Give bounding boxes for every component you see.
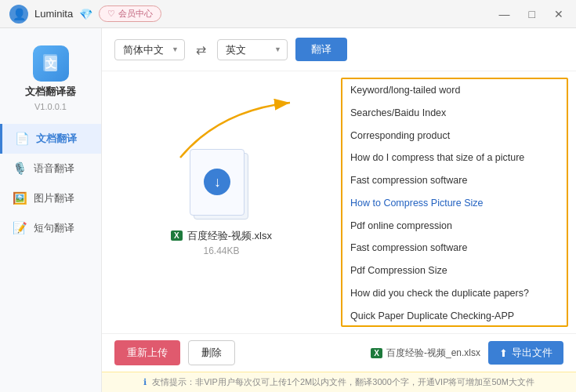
avatar: 👤	[9, 5, 28, 24]
target-lang-select[interactable]: 英文	[217, 39, 288, 60]
sidebar-item-doc[interactable]: 📄 文档翻译	[0, 124, 101, 154]
file-icon-wrapper: ↓	[190, 149, 252, 220]
sidebar: 文 文档翻译器 V1.0.0.1 📄 文档翻译 🎙️ 语音翻译 🖼️ 图片翻译 …	[0, 28, 102, 392]
main-content: 简体中文 ⇄ 英文 翻译 ↓	[102, 28, 576, 392]
title-bar-right: — □ ✕	[496, 6, 567, 22]
bottom-bar: 重新上传 删除 X 百度经验-视频_en.xlsx ⬆ 导出文件	[102, 333, 576, 372]
source-lang-wrapper[interactable]: 简体中文	[114, 39, 185, 60]
diamond-icon: 💎	[79, 8, 92, 20]
sidebar-item-short-label: 短句翻译	[34, 221, 74, 235]
sidebar-item-voice-label: 语音翻译	[34, 162, 74, 176]
sidebar-item-doc-label: 文档翻译	[36, 132, 77, 146]
translate-button[interactable]: 翻译	[295, 38, 347, 61]
right-panel: Keyword/long-tailed wordSearches/Baidu I…	[341, 78, 568, 327]
bottom-left-actions: 重新上传 删除	[114, 340, 235, 365]
vip-badge[interactable]: ♡ 会员中心	[99, 5, 161, 22]
keyword-item: Quick Paper Duplicate Checking-APP	[342, 305, 567, 326]
logo-icon: 文	[33, 45, 69, 82]
file-upload-area: ↓ X 百度经验-视频.xlsx 16.44KB	[171, 149, 272, 256]
file-name-row: X 百度经验-视频.xlsx	[171, 229, 272, 243]
excel-badge: X	[171, 230, 183, 241]
keyword-item: Corresponding product	[342, 125, 567, 147]
app-version: V1.0.0.1	[34, 102, 67, 111]
sidebar-item-image[interactable]: 🖼️ 图片翻译	[0, 183, 101, 213]
keyword-item: How do I compress that size of a picture	[342, 147, 567, 169]
app-name: 文档翻译器	[25, 85, 76, 99]
app-logo: 文 文档翻译器 V1.0.0.1	[0, 38, 101, 124]
tip-text: 友情提示：非VIP用户每次仅可上传1个2M以内文件，翻译3000个字，开通VIP…	[152, 377, 534, 387]
keyword-item: Keyword/long-tailed word	[342, 79, 567, 102]
keyword-item: Fast compression software	[342, 237, 567, 260]
sidebar-item-image-label: 图片翻译	[34, 191, 74, 205]
file-info: X 百度经验-视频.xlsx 16.44KB	[171, 229, 272, 256]
export-icon: ⬆	[499, 347, 508, 359]
keyword-list-container[interactable]: Keyword/long-tailed wordSearches/Baidu I…	[342, 79, 567, 325]
keyword-item: Pdf Compression Size	[342, 260, 567, 282]
app-container: 文 文档翻译器 V1.0.0.1 📄 文档翻译 🎙️ 语音翻译 🖼️ 图片翻译 …	[0, 28, 576, 392]
close-button[interactable]: ✕	[551, 6, 567, 22]
export-button[interactable]: ⬆ 导出文件	[488, 341, 563, 365]
content-area: ↓ X 百度经验-视频.xlsx 16.44KB	[102, 71, 576, 333]
sidebar-item-short[interactable]: 📝 短句翻译	[0, 213, 101, 243]
delete-button[interactable]: 删除	[188, 340, 235, 365]
swap-lang-button[interactable]: ⇄	[193, 39, 209, 60]
file-front: ↓	[190, 149, 245, 216]
short-icon: 📝	[13, 221, 27, 235]
sidebar-item-voice[interactable]: 🎙️ 语音翻译	[0, 154, 101, 183]
keyword-item: How to Compress Picture Size	[342, 192, 567, 215]
reupload-button[interactable]: 重新上传	[114, 340, 180, 365]
keyword-item: How did you check the duplicate papers?	[342, 282, 567, 305]
output-file-name: 百度经验-视频_en.xlsx	[386, 347, 480, 360]
restore-button[interactable]: □	[526, 6, 538, 22]
output-excel-badge: X	[371, 348, 382, 358]
export-label: 导出文件	[512, 346, 552, 360]
tip-icon: ℹ	[143, 377, 147, 387]
voice-icon: 🎙️	[13, 162, 27, 176]
bottom-right-actions: X 百度经验-视频_en.xlsx ⬆ 导出文件	[371, 341, 563, 365]
source-lang-select[interactable]: 简体中文	[114, 39, 185, 60]
file-download-circle: ↓	[204, 169, 230, 195]
username-label: Luminita	[34, 8, 73, 20]
keyword-list: Keyword/long-tailed wordSearches/Baidu I…	[342, 79, 567, 325]
keyword-item: Fast compression software	[342, 169, 567, 192]
svg-text:文: 文	[45, 57, 56, 70]
title-bar-left: 👤 Luminita 💎 ♡ 会员中心	[9, 5, 161, 24]
file-size: 16.44KB	[203, 245, 239, 256]
doc-icon: 📄	[15, 132, 30, 146]
keyword-item: Searches/Baidu Index	[342, 102, 567, 125]
keyword-item: Pdf online compression	[342, 215, 567, 238]
minimize-button[interactable]: —	[496, 6, 513, 22]
output-file-info: X 百度经验-视频_en.xlsx	[371, 347, 480, 360]
vip-label: 会员中心	[118, 8, 153, 20]
image-icon: 🖼️	[13, 191, 27, 205]
file-name: 百度经验-视频.xlsx	[187, 229, 272, 243]
vip-heart-icon: ♡	[107, 9, 115, 19]
footer-tip: ℹ 友情提示：非VIP用户每次仅可上传1个2M以内文件，翻译3000个字，开通V…	[102, 372, 576, 392]
left-panel: ↓ X 百度经验-视频.xlsx 16.44KB	[102, 71, 341, 333]
toolbar: 简体中文 ⇄ 英文 翻译	[102, 28, 576, 71]
target-lang-wrapper[interactable]: 英文	[217, 39, 288, 60]
title-bar: 👤 Luminita 💎 ♡ 会员中心 — □ ✕	[0, 0, 576, 28]
